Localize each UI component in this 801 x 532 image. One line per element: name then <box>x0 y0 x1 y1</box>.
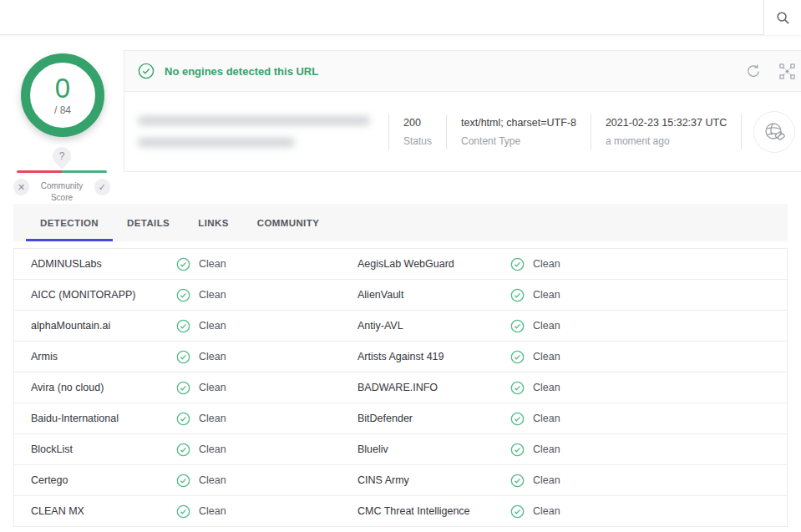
report-tabs: DETECTION DETAILS LINKS COMMUNITY <box>13 204 788 241</box>
clean-check-icon <box>176 412 190 426</box>
score-widget: 0 / 84 ? ✕ Community Score ✓ <box>13 50 124 203</box>
table-row: ADMINUSLabs Clean AegisLab WebGuard Clea… <box>14 249 787 280</box>
clean-check-icon <box>176 319 190 333</box>
engine-status: Clean <box>176 319 357 333</box>
engine-name: BlockList <box>14 443 176 455</box>
clean-check-icon <box>510 443 525 457</box>
globe-link-icon <box>763 120 786 144</box>
clean-check-icon <box>176 257 190 271</box>
detection-score-ring: 0 / 84 <box>21 53 104 137</box>
engine-status: Clean <box>510 443 787 457</box>
engine-status: Clean <box>176 412 357 426</box>
clean-label: Clean <box>533 382 560 393</box>
engine-status: Clean <box>510 350 787 364</box>
engine-name: Baidu-International <box>14 413 176 424</box>
http-stats: 200 Status text/html; charset=UTF-8 Cont… <box>388 114 742 149</box>
engine-name: CMC Threat Intelligence <box>357 505 510 517</box>
engine-status: Clean <box>176 443 357 457</box>
clean-label: Clean <box>533 351 560 362</box>
scanned-url-block <box>138 116 388 147</box>
engine-name: AegisLab WebGuard <box>357 258 510 270</box>
graph-button[interactable] <box>779 63 795 79</box>
clean-label: Clean <box>199 382 226 393</box>
clean-label: Clean <box>199 505 226 517</box>
analysis-date: 2021-02-23 15:32:37 UTC <box>606 117 727 129</box>
top-bar <box>0 0 801 35</box>
status-code: 200 <box>403 117 432 129</box>
vote-down-button[interactable]: ✕ <box>13 179 29 195</box>
table-row: Baidu-International Clean BitDefender Cl… <box>14 403 787 434</box>
clean-check-icon <box>510 257 525 271</box>
engine-status: Clean <box>510 319 787 333</box>
report-page: 0 / 84 ? ✕ Community Score ✓ <box>13 50 788 527</box>
clean-label: Clean <box>199 258 226 270</box>
vote-up-button[interactable]: ✓ <box>94 179 110 195</box>
engine-name: Avira (no cloud) <box>14 382 176 393</box>
engine-status: Clean <box>510 381 787 395</box>
clean-check-icon <box>176 350 190 364</box>
search-icon <box>776 11 790 25</box>
url-info-row: 200 Status text/html; charset=UTF-8 Cont… <box>124 92 801 171</box>
last-analysis-stat: 2021-02-23 15:32:37 UTC a moment ago <box>591 117 741 147</box>
engine-name: Artists Against 419 <box>357 351 510 362</box>
clean-check-icon <box>510 288 525 302</box>
clean-label: Clean <box>533 258 560 270</box>
clean-check-icon <box>510 504 525 519</box>
content-type-label: Content Type <box>461 135 576 147</box>
table-row: Armis Clean Artists Against 419 Clean <box>14 342 787 372</box>
score-bar-positive <box>62 170 107 173</box>
clean-check-icon <box>510 381 525 395</box>
clean-label: Clean <box>533 474 560 486</box>
engine-name: alphaMountain.ai <box>14 320 176 332</box>
clean-label: Clean <box>533 320 560 332</box>
tab-community[interactable]: COMMUNITY <box>243 204 334 241</box>
engine-name: Armis <box>14 351 176 362</box>
engine-name: Blueliv <box>357 443 510 455</box>
table-row: AICC (MONITORAPP) Clean AlienVault Clean <box>14 280 787 311</box>
clean-label: Clean <box>533 289 560 301</box>
engine-name: BitDefender <box>357 413 510 424</box>
engine-name: ADMINUSLabs <box>14 258 176 270</box>
tab-details[interactable]: DETAILS <box>113 204 184 241</box>
divider <box>741 114 742 149</box>
url-redacted-line-1 <box>138 116 370 125</box>
clean-check-icon <box>176 474 190 488</box>
community-score-label: Community Score <box>29 179 94 203</box>
clean-check-icon <box>510 319 525 333</box>
clean-check-icon <box>176 381 190 395</box>
engine-name: CLEAN MX <box>14 505 176 517</box>
engine-name: Antiy-AVL <box>357 320 510 332</box>
table-row: Avira (no cloud) Clean BADWARE.INFO Clea… <box>14 372 787 403</box>
engine-status: Clean <box>510 288 787 302</box>
clean-label: Clean <box>199 351 226 362</box>
status-label: Status <box>403 135 432 147</box>
tab-links[interactable]: LINKS <box>184 204 243 241</box>
engine-status: Clean <box>176 350 357 364</box>
engine-status: Clean <box>176 288 357 302</box>
clean-label: Clean <box>199 443 226 455</box>
detections-count: 0 <box>55 74 70 102</box>
clean-check-icon <box>510 412 525 426</box>
engine-status: Clean <box>510 412 787 426</box>
clean-verdict-icon <box>138 63 155 79</box>
clean-check-icon <box>510 474 525 488</box>
detection-table: ADMINUSLabs Clean AegisLab WebGuard Clea… <box>13 248 788 527</box>
clean-label: Clean <box>533 443 560 455</box>
content-type-stat: text/html; charset=UTF-8 Content Type <box>447 117 591 147</box>
community-help-icon[interactable]: ? <box>53 147 71 165</box>
clean-label: Clean <box>533 413 560 424</box>
url-type-badge[interactable] <box>753 111 795 153</box>
engine-name: AlienVault <box>357 289 510 301</box>
search-button[interactable] <box>763 0 801 35</box>
tab-detection[interactable]: DETECTION <box>26 204 113 241</box>
clean-check-icon <box>176 288 190 302</box>
clean-label: Clean <box>199 413 226 424</box>
community-score-widget: ? ✕ Community Score ✓ <box>13 147 110 203</box>
clean-label: Clean <box>199 320 226 332</box>
clean-label: Clean <box>199 474 226 486</box>
reanalyze-button[interactable] <box>746 63 761 79</box>
url-redacted-line-2 <box>138 138 295 147</box>
engine-name: BADWARE.INFO <box>357 382 510 393</box>
table-row: Certego Clean CINS Army Clean <box>14 465 787 496</box>
summary-section: 0 / 84 ? ✕ Community Score ✓ <box>13 50 788 203</box>
